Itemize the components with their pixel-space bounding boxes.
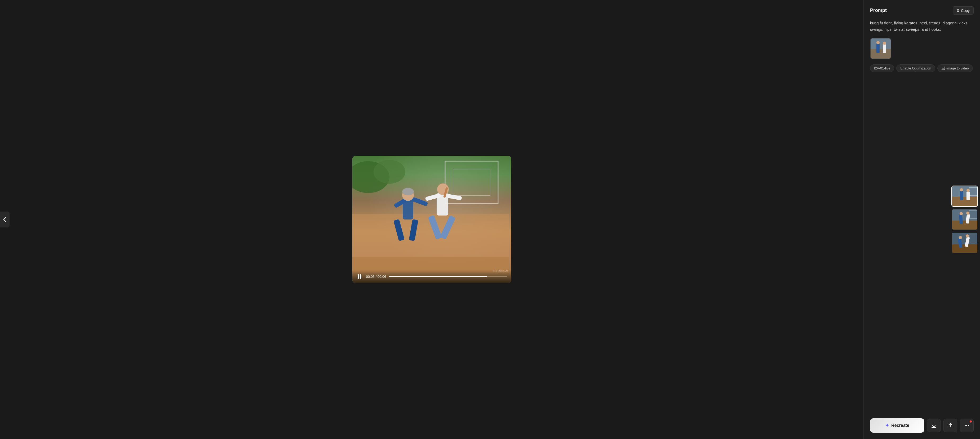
tag-image-to-video[interactable]: 🖼 Image to video: [937, 64, 973, 72]
time-display: 00:05 / 00:06: [366, 275, 386, 279]
svg-point-39: [959, 212, 963, 215]
copy-icon: ⧉: [957, 8, 959, 13]
thumbnail-1[interactable]: [951, 185, 978, 207]
svg-point-46: [959, 236, 962, 239]
video-controls: 00:05 / 00:06: [352, 270, 511, 283]
share-button[interactable]: [943, 418, 957, 433]
prompt-text: kung fu fight, flying karates, heel, tre…: [870, 20, 974, 33]
progress-bar[interactable]: [389, 276, 507, 277]
video-container: © Hailuo AI 00:05 / 00:06: [352, 156, 511, 283]
svg-rect-17: [447, 194, 462, 200]
more-icon: [964, 423, 970, 428]
reference-image[interactable]: [870, 38, 891, 59]
svg-point-27: [966, 425, 967, 426]
video-frame: © Hailuo AI: [352, 156, 511, 283]
pause-button[interactable]: [356, 273, 363, 280]
recreate-button[interactable]: ✦ Recreate: [870, 418, 924, 433]
svg-point-26: [965, 425, 966, 426]
svg-rect-21: [870, 49, 891, 59]
svg-rect-30: [952, 197, 978, 207]
bottom-action-bar: ✦ Recreate: [870, 418, 974, 433]
svg-point-23: [877, 41, 880, 44]
share-icon: [947, 423, 953, 428]
svg-point-25: [883, 42, 886, 45]
back-button[interactable]: [0, 212, 10, 227]
svg-point-48: [966, 234, 969, 238]
video-panel: © Hailuo AI 00:05 / 00:06: [0, 0, 864, 439]
image-icon: 🖼: [941, 66, 945, 70]
reference-image-placeholder: [870, 38, 891, 59]
thumbnail-2[interactable]: [951, 209, 978, 230]
svg-rect-3: [453, 169, 490, 196]
thumbnail-3[interactable]: [951, 232, 978, 254]
svg-rect-37: [952, 220, 978, 230]
prompt-title: Prompt: [870, 8, 887, 13]
download-icon: [931, 423, 937, 428]
svg-point-12: [402, 188, 414, 195]
tag-optimization[interactable]: Enable Optimization: [896, 64, 935, 72]
progress-fill: [389, 276, 487, 277]
svg-rect-22: [877, 44, 880, 53]
svg-rect-24: [883, 44, 886, 53]
svg-point-32: [960, 188, 963, 192]
tag-model[interactable]: I2V-01-live: [870, 64, 894, 72]
prompt-header: Prompt ⧉ Copy: [870, 6, 974, 14]
svg-point-28: [968, 425, 969, 426]
copy-button[interactable]: ⧉ Copy: [953, 6, 974, 14]
more-options-button[interactable]: [960, 418, 974, 433]
recreate-star-icon: ✦: [885, 423, 889, 428]
thumbnail-image-3: [952, 233, 977, 253]
download-button[interactable]: [927, 418, 941, 433]
svg-rect-31: [960, 191, 963, 200]
svg-point-5: [374, 160, 405, 184]
thumbnail-image-1: [952, 186, 977, 206]
svg-point-41: [966, 212, 969, 215]
pause-icon: [358, 274, 363, 279]
tags-row: I2V-01-live Enable Optimization 🖼 Image …: [870, 64, 974, 72]
thumbnail-image-2: [952, 209, 977, 230]
thumbnail-strip: [949, 184, 980, 255]
video-content: [352, 156, 509, 273]
